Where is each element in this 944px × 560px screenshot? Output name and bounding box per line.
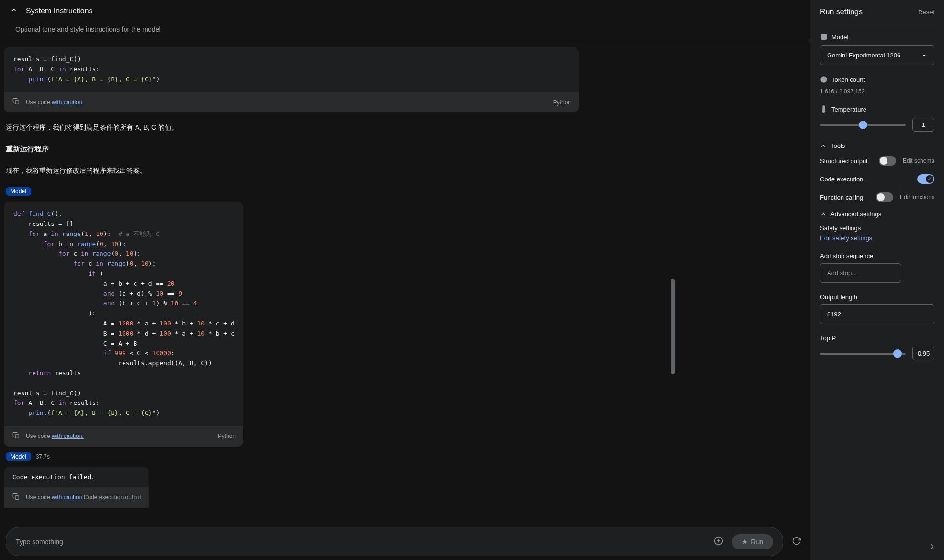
- response-heading: 重新运行程序: [4, 139, 806, 159]
- system-instructions-input[interactable]: Optional tone and style instructions for…: [0, 22, 810, 39]
- run-button[interactable]: Run: [732, 534, 773, 549]
- refresh-button[interactable]: [789, 533, 804, 550]
- code-block: results = find_C() for A, B, C in result…: [4, 47, 579, 112]
- code-execution-label: Code execution: [820, 176, 863, 183]
- caution-link[interactable]: with caution.: [52, 494, 84, 501]
- code-language-label: Python: [553, 99, 571, 106]
- function-calling-toggle[interactable]: [876, 192, 893, 202]
- tools-section-toggle[interactable]: Tools: [820, 142, 934, 149]
- output-length-input[interactable]: [820, 304, 934, 324]
- function-calling-label: Function calling: [820, 194, 863, 201]
- add-attachment-button[interactable]: [711, 533, 726, 550]
- top-p-label: Top P: [820, 335, 934, 342]
- temperature-label: Temperature: [831, 106, 866, 113]
- caution-link[interactable]: with caution.: [52, 99, 84, 106]
- prompt-input-bar: Run: [6, 527, 783, 556]
- structured-output-label: Structured output: [820, 157, 868, 165]
- chevron-up-icon: [820, 143, 827, 149]
- safety-settings-label: Safety settings: [820, 224, 934, 232]
- model-label: Model: [831, 34, 848, 41]
- model-select[interactable]: Gemini Experimental 1206: [820, 45, 934, 65]
- chevron-down-icon: [921, 53, 927, 58]
- svg-rect-2: [15, 496, 19, 499]
- collapse-system-instructions-button[interactable]: [8, 4, 20, 18]
- temperature-icon: [820, 105, 828, 113]
- copy-code-button[interactable]: [11, 492, 21, 503]
- reset-button[interactable]: Reset: [918, 9, 934, 16]
- prompt-input[interactable]: [16, 538, 705, 546]
- structured-output-toggle[interactable]: [879, 156, 896, 166]
- top-p-slider[interactable]: [820, 353, 906, 355]
- temperature-slider[interactable]: [820, 124, 906, 126]
- code-execution-toggle[interactable]: [917, 174, 934, 184]
- edit-schema-link[interactable]: Edit schema: [903, 157, 934, 164]
- edit-functions-link[interactable]: Edit functions: [900, 194, 934, 201]
- chevron-up-icon: [820, 211, 827, 218]
- code-caution-text: Use code with caution.: [26, 433, 84, 439]
- scrollbar[interactable]: [671, 33, 675, 525]
- run-settings-panel: Run settings Reset Model Gemini Experime…: [810, 0, 944, 560]
- response-text: 现在，我将重新运行修改后的程序来找出答案。: [4, 159, 806, 181]
- token-icon: [820, 76, 828, 83]
- response-text: 运行这个程序，我们将得到满足条件的所有 A, B, C 的值。: [4, 116, 806, 138]
- run-settings-title: Run settings: [820, 8, 863, 16]
- copy-code-button[interactable]: [11, 431, 21, 442]
- code-language-label: Python: [218, 433, 236, 439]
- code-content[interactable]: def find_C(): results = [] for a in rang…: [4, 202, 243, 426]
- svg-rect-1: [15, 435, 19, 438]
- code-caution-text: Use code with caution.Code execution out…: [26, 494, 141, 501]
- copy-code-button[interactable]: [11, 97, 21, 108]
- chat-content: results = find_C() for A, B, C in result…: [0, 39, 810, 523]
- caution-link[interactable]: with caution.: [52, 433, 84, 439]
- code-block: def find_C(): results = [] for a in rang…: [4, 202, 243, 447]
- response-timing: 37.7s: [36, 453, 50, 460]
- stop-sequence-input[interactable]: [820, 263, 901, 283]
- execution-result-block: Code execution failed. Use code with cau…: [4, 467, 149, 508]
- token-count-label: Token count: [831, 76, 865, 83]
- advanced-section-toggle[interactable]: Advanced settings: [820, 211, 934, 218]
- model-badge: Model: [6, 187, 31, 196]
- code-footer: Use code with caution. Python: [4, 92, 579, 112]
- code-footer: Use code with caution. Python: [4, 426, 243, 447]
- system-instructions-title: System Instructions: [26, 7, 93, 15]
- model-icon: [820, 33, 828, 41]
- svg-rect-7: [823, 36, 825, 38]
- token-count-value: 1,616 / 2,097,152: [820, 88, 934, 95]
- code-caution-text: Use code with caution.: [26, 99, 84, 106]
- temperature-value[interactable]: 1: [912, 118, 934, 132]
- execution-failed-text: Code execution failed.: [4, 467, 149, 487]
- collapse-sidebar-button[interactable]: [925, 539, 939, 555]
- edit-safety-link[interactable]: Edit safety settings: [820, 235, 934, 242]
- output-length-label: Output length: [820, 293, 934, 301]
- svg-rect-0: [15, 101, 19, 104]
- code-footer: Use code with caution.Code execution out…: [4, 487, 149, 508]
- code-content[interactable]: results = find_C() for A, B, C in result…: [4, 47, 579, 92]
- top-p-value[interactable]: 0.95: [912, 347, 934, 360]
- model-badge: Model: [6, 452, 31, 461]
- stop-sequence-label: Add stop sequence: [820, 252, 934, 259]
